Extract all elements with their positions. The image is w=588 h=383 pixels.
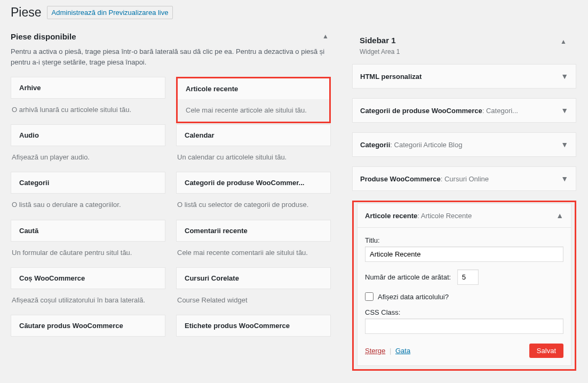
widget-title: Categorii [360,141,390,149]
sidebar-widget-categorii[interactable]: Categorii: Categorii Articole Blog ▼ [352,132,576,157]
cssclass-input[interactable] [365,318,563,334]
sidebar-area-title: Sidebar 1 [360,36,400,45]
widget-subtitle: : Categorii Articole Blog [390,141,462,149]
widget-title: Produse WooCommerce [360,175,441,183]
show-date-label: Afișezi data articolului? [378,293,449,301]
widget-subtitle: : Categori... [482,107,518,115]
widget-desc: Cele mai recente articole ale sitului tă… [178,99,329,122]
collapse-sidebar-icon[interactable]: ▲ [558,36,569,47]
cssclass-label: CSS Class: [365,308,563,316]
widget-available-cauta[interactable]: Caută [11,220,165,242]
chevron-down-icon: ▼ [561,106,568,115]
widget-available-audio[interactable]: Audio [11,124,165,146]
count-input[interactable] [457,269,479,285]
sidebar-widget-articole-recente-open: Articole recente: Articole Recente ▲ Tit… [357,203,571,366]
widget-available-cautare-produs[interactable]: Căutare produs WooCommerce [11,315,165,337]
delete-link[interactable]: Șterge [365,347,385,355]
widget-available-articole-recente[interactable]: Articole recente [178,78,329,99]
sidebar-widget-html[interactable]: HTML personalizat ▼ [352,64,576,89]
widget-desc: Un calendar cu articolele sitului tău. [176,146,331,172]
separator: | [390,347,391,355]
widget-available-etichete-produs[interactable]: Etichete produs WooCommerce [176,315,331,337]
show-date-checkbox[interactable] [365,292,374,301]
widget-desc: Afișează coșul utilizatorului în bara la… [11,289,165,315]
chevron-down-icon: ▼ [561,72,568,81]
widget-available-cursuri[interactable]: Cursuri Corelate [176,267,331,289]
available-widgets-desc: Pentru a activa o piesă, trage piesa înt… [11,46,331,67]
page-title: Piese [11,5,42,20]
widget-desc: Un formular de căutare pentru situl tău. [11,242,165,267]
sidebar-widget-woo-cat[interactable]: Categorii de produse WooCommerce: Catego… [352,98,576,123]
title-input[interactable] [365,246,563,262]
widget-header-toggle[interactable]: Articole recente: Articole Recente ▲ [357,204,571,227]
count-label: Număr de articole de arătat: [365,273,451,281]
sidebar-widget-produse-woo[interactable]: Produse WooCommerce: Cursuri Online ▼ [352,166,576,191]
widget-available-cos-woo[interactable]: Coș WooCommerce [11,267,165,289]
widget-title: Categorii de produse WooCommerce [360,107,482,115]
widget-subtitle: : Articole Recente [417,212,472,220]
widget-title: HTML personalizat [360,73,422,81]
widget-desc: Course Related widget [176,289,331,315]
sidebar-area-subtitle: Widget Area 1 [360,48,400,55]
widget-available-arhive[interactable]: Arhive [11,77,165,99]
widget-available-categorii[interactable]: Categorii [11,172,165,194]
widget-available-calendar[interactable]: Calendar [176,124,331,146]
collapse-available-icon[interactable]: ▲ [320,30,331,42]
live-preview-link[interactable]: Administrează din Previzualizarea live [47,6,173,19]
widget-desc: O arhivă lunară cu articolele sitului tă… [11,99,165,124]
available-widgets-title: Piese disponibile [11,32,76,41]
widget-desc: O listă cu selector de categorii de prod… [176,194,331,219]
widget-title: Articole recente [365,212,417,220]
chevron-down-icon: ▼ [561,140,568,149]
saved-button[interactable]: Salvat [529,344,563,358]
widget-desc: Afișează un player audio. [11,146,165,172]
done-link[interactable]: Gata [395,347,410,355]
widget-available-comentarii[interactable]: Comentarii recente [176,220,331,242]
title-label: Titlu: [365,236,563,244]
widget-desc: O listă sau o derulare a categoriilor. [11,194,165,219]
widget-desc: Cele mai recente comentarii ale sitului … [176,242,331,267]
widget-available-categorii-woo[interactable]: Categorii de produse WooCommer... [176,172,331,194]
chevron-up-icon: ▲ [556,211,563,220]
widget-subtitle: : Cursuri Online [441,175,489,183]
chevron-down-icon: ▼ [561,174,568,183]
